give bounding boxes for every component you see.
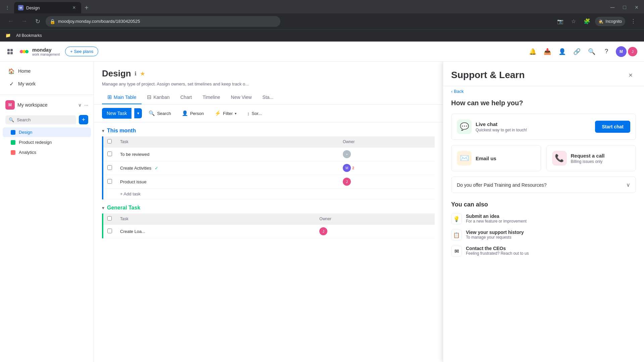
header-task: Task: [116, 136, 339, 147]
support-back-link[interactable]: ‹ Back: [443, 86, 644, 94]
filter-toolbar-button[interactable]: ⚡ Filter ▾: [211, 108, 240, 119]
address-bar[interactable]: 🔒 moodjoy.monday.com/boards/1830420525: [46, 16, 280, 27]
board-toolbar: New Task ▾ 🔍 Search 👤 Person ⚡ Filter ▾: [94, 105, 443, 122]
email-us-title: Email us: [476, 156, 496, 161]
main-table-tab-icon: ⊞: [107, 94, 112, 100]
tab-timeline-label: Timeline: [203, 95, 220, 100]
workspace-header[interactable]: M My workspace ∨ ···: [0, 98, 94, 112]
table-header-row: Task Owner: [103, 136, 435, 147]
tab-list-btn[interactable]: ⋮: [3, 3, 12, 12]
bookmarks-bar: 📁 All Bookmarks: [0, 29, 644, 42]
live-chat-desc: Quickest way to get in touch!: [476, 128, 591, 132]
group-collapse-this-month[interactable]: ▾: [102, 128, 104, 133]
sidebar-nav: 🏠 Home ✓ My work: [0, 62, 94, 93]
sidebar-item-product-redesign[interactable]: Product redesign: [3, 137, 91, 147]
new-task-button[interactable]: New Task: [102, 108, 131, 119]
help-icon[interactable]: ?: [601, 46, 612, 57]
bookmarks-folder-icon: 📁: [5, 33, 11, 38]
task-name-cell: To be reviewed: [116, 147, 339, 161]
select-all-checkbox-2[interactable]: [107, 216, 112, 221]
tab-main-table-label: Main Table: [114, 95, 136, 100]
tab-close-btn[interactable]: ×: [71, 5, 77, 11]
new-tab-button[interactable]: +: [82, 3, 91, 12]
people-icon[interactable]: 👤: [557, 46, 568, 57]
ceo-icon: ✉: [451, 246, 462, 256]
app-topbar: monday work management + See plans 🔔 📥 👤…: [0, 42, 644, 62]
row-checkbox-general[interactable]: [107, 229, 112, 233]
group-collapse-general[interactable]: ▾: [102, 205, 104, 210]
row-checkbox[interactable]: [107, 179, 112, 184]
extensions-icon[interactable]: 🧩: [582, 16, 592, 27]
close-window-btn[interactable]: ×: [632, 3, 641, 12]
support-history-text: View your support history To manage your…: [466, 230, 524, 240]
new-task-dropdown-button[interactable]: ▾: [134, 108, 142, 118]
support-history-item[interactable]: 📋 View your support history To manage yo…: [451, 230, 636, 240]
group-title-this-month: This month: [107, 128, 136, 134]
board-star-icon[interactable]: ★: [140, 70, 145, 77]
faq-question-row[interactable]: Do you offer Paid Training and Resources…: [451, 177, 636, 193]
tab-chart[interactable]: Chart: [175, 90, 197, 104]
tab-timeline[interactable]: Timeline: [197, 90, 225, 104]
board-title: Design: [102, 68, 131, 79]
table-row: Product issue J: [103, 175, 435, 189]
workspace-more-icon[interactable]: ···: [84, 102, 88, 108]
inbox-icon[interactable]: 📥: [542, 46, 553, 57]
task-name-cell: Product issue: [116, 175, 339, 189]
search-top-icon[interactable]: 🔍: [586, 46, 597, 57]
tab-sta[interactable]: Sta...: [257, 90, 279, 104]
tab-kanban-label: Kanban: [153, 95, 169, 100]
add-task-row[interactable]: + Add task: [103, 189, 435, 199]
reload-btn[interactable]: ↻: [32, 16, 43, 27]
submit-idea-item[interactable]: 💡 Submit an idea For a new feature or im…: [451, 214, 636, 224]
sidebar-add-button[interactable]: +: [79, 115, 88, 124]
sidebar-item-analytics[interactable]: Analytics: [3, 147, 91, 157]
back-btn[interactable]: ←: [5, 16, 16, 27]
start-chat-button[interactable]: Start chat: [595, 121, 630, 133]
user-avatar-2[interactable]: J: [628, 47, 637, 56]
integrations-icon[interactable]: 🔗: [572, 46, 582, 57]
no-camera-icon[interactable]: 📷: [555, 16, 566, 27]
row-checkbox[interactable]: [107, 152, 112, 156]
tab-kanban[interactable]: ⊟ Kanban: [142, 90, 175, 104]
you-can-also-title: You can also: [451, 201, 636, 208]
apps-grid-icon[interactable]: [7, 48, 13, 55]
minimize-btn[interactable]: ─: [608, 3, 617, 12]
forward-btn[interactable]: →: [19, 16, 30, 27]
board-info-icon[interactable]: ℹ: [135, 70, 137, 77]
support-header: Support & Learn ×: [443, 62, 644, 86]
person-toolbar-icon: 👤: [182, 110, 188, 116]
sidebar-item-design[interactable]: Design: [3, 127, 91, 137]
person-toolbar-button[interactable]: 👤 Person: [178, 108, 208, 119]
maximize-btn[interactable]: □: [620, 3, 629, 12]
sidebar-item-my-work[interactable]: ✓ My work: [3, 78, 91, 90]
search-toolbar-button[interactable]: 🔍 Search: [145, 108, 175, 119]
user-avatar-1[interactable]: M: [616, 46, 627, 57]
notifications-icon[interactable]: 🔔: [527, 46, 538, 57]
sort-toolbar-button[interactable]: ↕ Sor...: [243, 108, 266, 119]
settings-icon[interactable]: ⋮: [628, 16, 639, 27]
submit-idea-text: Submit an idea For a new feature or impr…: [466, 214, 527, 224]
tab-new-view[interactable]: New View: [225, 90, 257, 104]
contact-ceos-item[interactable]: ✉ Contact the CEOs Feeling frustrated? R…: [451, 246, 636, 256]
row-checkbox[interactable]: [107, 165, 112, 170]
task-owner-avatar-3: J: [343, 178, 351, 186]
board-name-analytics: Analytics: [19, 150, 36, 155]
url-text: moodjoy.monday.com/boards/1830420525: [58, 19, 140, 24]
sidebar-item-home[interactable]: 🏠 Home: [3, 65, 91, 77]
bookmarks-all-label[interactable]: All Bookmarks: [13, 32, 45, 39]
add-task-cell[interactable]: + Add task: [116, 189, 435, 199]
browser-tab-design[interactable]: M Design ×: [14, 2, 81, 13]
sidebar-search-input[interactable]: 🔍 Search: [5, 115, 76, 124]
request-call-card[interactable]: 📞 Request a call Billing issues only: [546, 145, 636, 171]
tab-main-table[interactable]: ⊞ Main Table: [102, 90, 142, 104]
contact-ceos-title: Contact the CEOs: [466, 246, 529, 251]
workspace-expand-icon[interactable]: ∨: [78, 102, 82, 108]
bookmark-icon[interactable]: ☆: [568, 16, 579, 27]
email-us-card[interactable]: ✉️ Email us: [451, 145, 541, 171]
support-close-button[interactable]: ×: [625, 70, 636, 80]
live-chat-card[interactable]: 💬 Live chat Quickest way to get in touch…: [451, 114, 636, 140]
incognito-btn[interactable]: 🕵️ Incognito: [595, 17, 625, 26]
board-body: ▾ This month Task Owner: [94, 122, 443, 362]
select-all-checkbox[interactable]: [107, 139, 112, 143]
see-plans-button[interactable]: + See plans: [65, 47, 98, 56]
